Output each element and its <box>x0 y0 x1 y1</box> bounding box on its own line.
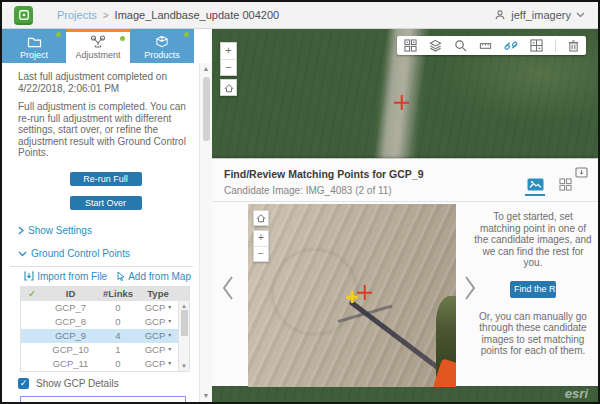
tab-bar: Project Adjustment Products <box>2 29 212 63</box>
map-zoom-controls: + − <box>220 42 237 76</box>
type-dropdown-caret[interactable]: ▾ <box>168 316 171 328</box>
show-gcp-details-row: ✓ Show GCP Details <box>18 378 193 390</box>
gcp-section-toggle[interactable]: Ground Control Points <box>18 248 193 260</box>
tab-adjustment[interactable]: Adjustment <box>66 29 130 63</box>
breadcrumb: Projects > Image_Landbase_update 004200 <box>57 9 279 21</box>
adjustment-panel: Last full adjustment completed on 4/22/2… <box>2 63 199 402</box>
find-review-panel: Find/Review Matching Points for GCP_9 Ca… <box>212 158 598 386</box>
table-scrollbar[interactable]: ▲ ▼ <box>178 301 189 371</box>
map-view[interactable]: + − <box>212 29 598 402</box>
layers-button[interactable] <box>429 39 442 52</box>
rerun-full-button[interactable]: Re-run Full <box>70 172 142 186</box>
tab-label: Adjustment <box>75 50 120 60</box>
zoom-in-button[interactable]: + <box>221 43 236 59</box>
thumbnail-grid-button[interactable] <box>404 39 417 52</box>
viewer-home-button[interactable] <box>253 210 269 226</box>
cell-id: GCP_8 <box>43 316 98 328</box>
link-gcp-button[interactable] <box>504 39 518 52</box>
home-icon <box>256 213 266 223</box>
green-status-dot <box>56 32 61 37</box>
left-panel: Project Adjustment Products Last full ad… <box>2 29 212 402</box>
start-over-button[interactable]: Start Over <box>70 196 142 210</box>
instruction-text-2: Or, you can manually go through these ca… <box>474 311 592 357</box>
chevron-right-icon <box>18 226 24 235</box>
type-dropdown-caret[interactable]: ▾ <box>168 330 171 342</box>
scroll-down-icon[interactable]: ▼ <box>179 362 189 370</box>
cell-type: GCP <box>145 358 166 370</box>
search-button[interactable] <box>454 39 467 52</box>
cell-links: 0 <box>98 302 138 314</box>
cell-id: GCP_10 <box>43 344 98 356</box>
import-from-file-link[interactable]: Import from File <box>24 271 107 283</box>
zoom-out-button[interactable]: − <box>221 59 236 75</box>
table-row-gcp8[interactable]: GCP_8 0 GCP▾ <box>21 315 178 329</box>
measure-button[interactable] <box>479 39 492 52</box>
grid-view-toggle[interactable] <box>559 178 572 191</box>
viewer-zoom-out-button[interactable]: − <box>254 246 268 261</box>
delete-button[interactable] <box>568 39 579 52</box>
gcp-marker-image <box>357 285 372 300</box>
cell-id: GCP_9 <box>43 330 98 342</box>
single-view-toggle[interactable] <box>525 178 545 196</box>
viewer-zoom-in-button[interactable]: + <box>254 231 268 246</box>
gcp-photo-placeholder: Photo not available <box>20 396 186 403</box>
map-toolbar <box>397 36 586 55</box>
type-dropdown-caret[interactable]: ▾ <box>168 358 171 370</box>
home-extent-button[interactable] <box>220 79 237 96</box>
person-icon <box>494 9 506 21</box>
tab-label: Project <box>20 50 48 60</box>
view-toggles <box>525 178 572 196</box>
import-from-file-label: Import from File <box>37 271 107 283</box>
scrollbar-thumb[interactable] <box>181 310 188 336</box>
breadcrumb-projects-link[interactable]: Projects <box>57 9 97 21</box>
folder-icon <box>27 36 42 48</box>
active-toggle-underline <box>525 194 545 196</box>
chevron-down-icon <box>18 251 27 257</box>
left-panel-scrollbar[interactable]: ▲ ▼ <box>199 63 212 402</box>
esri-app-logo-icon[interactable] <box>14 6 33 25</box>
cube-icon <box>155 35 169 48</box>
scroll-up-icon[interactable]: ▲ <box>179 302 189 310</box>
cell-links: 1 <box>98 344 138 356</box>
home-icon <box>224 83 234 93</box>
col-header-type[interactable]: Type <box>138 288 178 300</box>
toolbar-separator <box>555 39 556 52</box>
show-settings-label: Show Settings <box>28 225 92 237</box>
type-dropdown-caret[interactable]: ▾ <box>168 344 171 356</box>
breadcrumb-separator: > <box>103 10 109 21</box>
gcp-marker-map <box>394 95 409 110</box>
show-settings-toggle[interactable]: Show Settings <box>18 225 193 237</box>
last-adjustment-status: Last full adjustment completed on 4/22/2… <box>18 71 193 94</box>
user-menu[interactable]: jeff_imagery <box>494 9 585 21</box>
cell-links: 0 <box>98 358 138 370</box>
green-status-dot <box>184 32 189 37</box>
find-the-rest-button[interactable]: Find the Rest <box>510 281 556 298</box>
table-row-gcp10[interactable]: GCP_10 1 GCP▾ <box>21 343 178 357</box>
scroll-down-icon[interactable]: ▼ <box>200 392 212 399</box>
table-row-gcp9-selected[interactable]: GCP_9 4 GCP▾ <box>21 329 178 343</box>
table-row-gcp11[interactable]: GCP_11 0 GCP▾ <box>21 357 178 371</box>
table-row-gcp7[interactable]: GCP_7 0 GCP▾ <box>21 301 178 315</box>
adjustment-description: Full adjustment is completed. You can re… <box>18 101 193 159</box>
image-grid-button[interactable] <box>530 39 543 52</box>
top-bar: Projects > Image_Landbase_update 004200 … <box>2 2 598 29</box>
show-gcp-details-checkbox[interactable]: ✓ <box>18 378 29 389</box>
panel-title: Find/Review Matching Points for GCP_9 <box>224 168 424 180</box>
previous-image-button[interactable] <box>221 275 235 301</box>
col-header-id[interactable]: ID <box>43 288 98 300</box>
tab-products[interactable]: Products <box>130 29 194 63</box>
scroll-up-icon[interactable]: ▲ <box>200 65 212 72</box>
cell-type: GCP <box>145 316 166 328</box>
cell-id: GCP_11 <box>43 358 98 370</box>
collapse-panel-icon[interactable] <box>575 167 588 178</box>
tab-project[interactable]: Project <box>2 29 66 63</box>
type-dropdown-caret[interactable]: ▾ <box>168 302 171 314</box>
cell-id: GCP_7 <box>43 302 98 314</box>
scrollbar-thumb[interactable] <box>203 77 210 141</box>
gcp-table: ✓ ID #Links Type GCP_7 0 GCP▾ GCP_8 0 GC… <box>20 286 190 372</box>
chevron-down-icon <box>576 12 585 18</box>
show-gcp-details-label: Show GCP Details <box>36 378 119 390</box>
add-from-map-link[interactable]: Add from Map <box>117 271 191 283</box>
candidate-image-viewer[interactable]: + − <box>248 204 456 387</box>
col-header-links[interactable]: #Links <box>98 288 138 300</box>
